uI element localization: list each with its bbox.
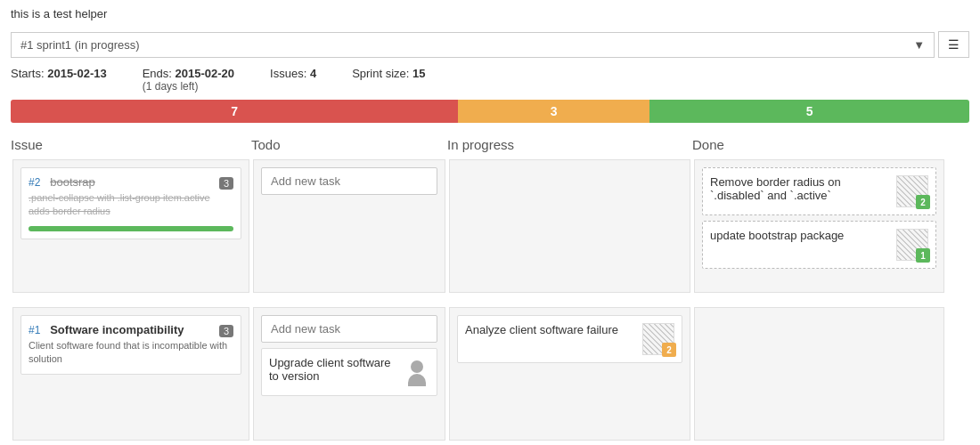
issue-number-1[interactable]: #2	[29, 176, 40, 189]
issue-card-2: 3 #1 Software incompatibility Client sof…	[20, 315, 241, 375]
sprint-progress-bar: 7 3 5	[11, 100, 969, 123]
done-text-1: Remove border radius on `.disabled` and …	[710, 175, 896, 202]
task-text-1: Upgrade client software to version	[269, 356, 404, 383]
inprogress-badge: 2	[662, 343, 676, 357]
board-row-1: 3 #2 bootsrap .panel-collapse with .list…	[0, 158, 980, 295]
person-body	[408, 374, 426, 386]
col-done-header: Done	[692, 137, 946, 152]
col-issue-header: Issue	[11, 137, 251, 152]
helper-text: this is a test helper	[0, 0, 980, 28]
sprint-menu-button[interactable]: ☰	[938, 31, 969, 58]
done-card-1: Remove border radius on `.disabled` and …	[702, 167, 936, 215]
progress-orange: 3	[458, 100, 649, 123]
done-badge-1: 2	[916, 195, 930, 209]
issue-section-1: 3 #2 bootsrap .panel-collapse with .list…	[12, 159, 249, 293]
issue-badge-1: 3	[219, 177, 233, 190]
done-section-1: Remove border radius on `.disabled` and …	[694, 159, 944, 293]
task-card-1: Upgrade client software to version	[261, 348, 437, 396]
issue-number-2[interactable]: #1	[29, 324, 40, 336]
sprint-issues: Issues: 4	[270, 67, 316, 80]
done-badge-2: 1	[916, 248, 930, 263]
sprint-info: Starts: 2015-02-13 Ends: 2015-02-20 (1 d…	[0, 63, 980, 100]
issue-card-1: 3 #2 bootsrap .panel-collapse with .list…	[20, 167, 241, 239]
issue-progress-mini-1	[29, 226, 233, 231]
col-inprogress-header: In progress	[447, 137, 692, 152]
issue-title-2: Software incompatibility	[50, 323, 184, 336]
todo-section-2: Upgrade client software to version	[253, 307, 445, 441]
person-head	[411, 360, 423, 373]
done-text-2: update bootstrap package	[710, 229, 896, 242]
inprogress-section-2: Analyze client software failure 2	[449, 307, 690, 441]
todo-section-1	[253, 159, 445, 293]
done-icon-wrap-2: 1	[896, 229, 928, 261]
person-icon	[404, 356, 429, 388]
done-section-2	[694, 307, 944, 441]
progress-green: 5	[649, 100, 969, 123]
done-icon-wrap-1: 2	[896, 175, 928, 207]
inprogress-card-1: Analyze client software failure 2	[457, 315, 682, 363]
sprint-ends: Ends: 2015-02-20 (1 days left)	[143, 67, 234, 93]
columns-header: Issue Todo In progress Done	[0, 123, 980, 158]
issue-desc-1: .panel-collapse with .list-group item.ac…	[29, 191, 233, 219]
sprint-selector-row: #1 sprint1 (in progress) ▼ ☰	[0, 28, 980, 63]
issue-badge-2: 3	[219, 325, 233, 337]
board-row-2: 3 #1 Software incompatibility Client sof…	[0, 305, 980, 442]
col-todo-header: Todo	[251, 137, 447, 152]
inprogress-section-1	[449, 159, 690, 293]
issue-title-1: bootsrap	[50, 175, 95, 189]
add-task-input-2[interactable]	[261, 315, 437, 343]
dropdown-arrow-icon: ▼	[913, 38, 925, 52]
issue-desc-2: Client software found that is incompatib…	[29, 339, 233, 367]
progress-red: 7	[11, 100, 458, 123]
sprint-select-label: #1 sprint1 (in progress)	[20, 38, 140, 52]
inprogress-text-1: Analyze client software failure	[465, 323, 642, 336]
issue-section-2: 3 #1 Software incompatibility Client sof…	[12, 307, 249, 441]
done-card-2: update bootstrap package 1	[702, 221, 936, 269]
sprint-size: Sprint size: 15	[352, 67, 425, 80]
sprint-select[interactable]: #1 sprint1 (in progress) ▼	[11, 32, 935, 58]
add-task-input-1[interactable]	[261, 167, 437, 195]
sprint-starts: Starts: 2015-02-13	[11, 67, 107, 80]
